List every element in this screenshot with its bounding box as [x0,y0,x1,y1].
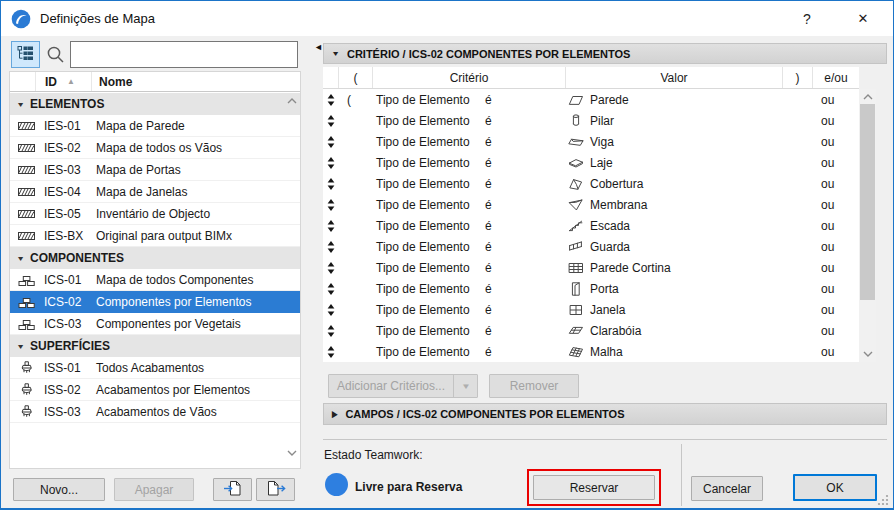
row-reorder-icon[interactable] [323,220,339,232]
logic-operator[interactable]: ou [813,219,859,233]
search-input[interactable] [70,41,298,68]
criterion-value[interactable]: Malha [590,345,623,359]
close-button[interactable]: ✕ [835,1,891,37]
column-header-icon[interactable] [10,72,36,91]
resize-grip[interactable] [877,494,889,506]
criterion-value[interactable]: Porta [590,282,619,296]
criterio-section-header[interactable]: ▼ CRITÉRIO / ICS-02 COMPONENTES POR ELEM… [323,43,887,64]
list-item-ies-05[interactable]: IES-05Inventário de Objecto [10,203,300,225]
logic-operator[interactable]: ou [813,303,859,317]
help-button[interactable]: ? [779,1,835,37]
criterion-name[interactable]: Tipo de Elemento [373,324,485,338]
scroll-down-icon[interactable] [287,450,297,456]
criterion-value[interactable]: Clarabóia [590,324,641,338]
panel-collapse-arrow-icon[interactable]: ◄ [314,42,323,52]
row-reorder-icon[interactable] [323,325,339,337]
criterion-name[interactable]: Tipo de Elemento [373,198,485,212]
row-reorder-icon[interactable] [323,346,339,358]
criterion-name[interactable]: Tipo de Elemento [373,261,485,275]
campos-section-header[interactable]: ▶ CAMPOS / ICS-02 COMPONENTES POR ELEMEN… [323,403,887,425]
criterion-operator[interactable]: é [485,261,492,275]
criterion-value[interactable]: Parede [590,93,629,107]
list-scrollbar[interactable] [284,93,300,468]
criterion-value[interactable]: Escada [590,219,630,233]
criteria-row[interactable]: Tipo de ElementoéMalhaou [323,341,859,362]
criterion-name[interactable]: Tipo de Elemento [373,135,485,149]
section-header-componentes[interactable]: ▼COMPONENTES [10,247,300,269]
criterion-name[interactable]: Tipo de Elemento [373,177,485,191]
import-button[interactable] [213,478,252,501]
row-reorder-icon[interactable] [323,241,339,253]
logic-operator[interactable]: ou [813,135,859,149]
logic-operator[interactable]: ou [813,177,859,191]
criterion-name[interactable]: Tipo de Elemento [373,114,485,128]
criterion-value[interactable]: Viga [590,135,614,149]
criteria-row[interactable]: Tipo de ElementoéEscadaou [323,215,859,236]
logic-operator[interactable]: ou [813,156,859,170]
criteria-row[interactable]: Tipo de ElementoéVigaou [323,131,859,152]
column-header-id[interactable]: ID ▲ [36,72,92,91]
criteria-row[interactable]: Tipo de ElementoéGuardaou [323,236,859,257]
criteria-row[interactable]: Tipo de ElementoéClarabóiaou [323,320,859,341]
scroll-down-icon[interactable] [863,351,873,357]
criterion-value[interactable]: Guarda [590,240,630,254]
list-item-ies-03[interactable]: IES-03Mapa de Portas [10,159,300,181]
criterion-operator[interactable]: é [485,177,492,191]
criteria-row[interactable]: Tipo de ElementoéPortaou [323,278,859,299]
export-button[interactable] [256,478,295,501]
logic-operator[interactable]: ou [813,261,859,275]
criteria-row[interactable]: Tipo de ElementoéParede Cortinaou [323,257,859,278]
criterion-value[interactable]: Membrana [590,198,647,212]
criterion-operator[interactable]: é [485,324,492,338]
row-reorder-icon[interactable] [323,262,339,274]
row-reorder-icon[interactable] [323,199,339,211]
criterion-name[interactable]: Tipo de Elemento [373,93,485,107]
row-reorder-icon[interactable] [323,178,339,190]
list-item-iss-01[interactable]: ISS-01Todos Acabamentos [10,357,300,379]
criteria-row[interactable]: Tipo de ElementoéCoberturaou [323,173,859,194]
tree-view-toggle[interactable] [11,41,40,68]
criterion-operator[interactable]: é [485,240,492,254]
criterion-value[interactable]: Janela [590,303,625,317]
list-item-ies-bx[interactable]: IES-BXOriginal para output BIMx [10,225,300,247]
row-reorder-icon[interactable] [323,157,339,169]
logic-operator[interactable]: ou [813,114,859,128]
list-item-ics-03[interactable]: ICS-03Componentes por Vegetais [10,313,300,335]
list-item-ics-02[interactable]: ICS-02Componentes por Elementos [10,291,300,313]
logic-operator[interactable]: ou [813,282,859,296]
criterion-name[interactable]: Tipo de Elemento [373,303,485,317]
criteria-row[interactable]: Tipo de ElementoéPilarou [323,110,859,131]
criterion-value[interactable]: Pilar [590,114,614,128]
criterion-operator[interactable]: é [485,282,492,296]
criterion-name[interactable]: Tipo de Elemento [373,240,485,254]
criterion-name[interactable]: Tipo de Elemento [373,219,485,233]
criterion-operator[interactable]: é [485,135,492,149]
logic-operator[interactable]: ou [813,345,859,359]
list-item-iss-02[interactable]: ISS-02Acabamentos por Elementos [10,379,300,401]
criterion-value[interactable]: Laje [590,156,613,170]
section-header-superficies[interactable]: ▼SUPERFÍCIES [10,335,300,357]
row-reorder-icon[interactable] [323,115,339,127]
criterion-value[interactable]: Cobertura [590,177,643,191]
criterion-name[interactable]: Tipo de Elemento [373,156,485,170]
column-header-nome[interactable]: Nome [92,72,300,92]
criterion-operator[interactable]: é [485,198,492,212]
criterion-operator[interactable]: é [485,156,492,170]
scrollbar-thumb[interactable] [860,104,875,300]
list-item-ies-04[interactable]: IES-04Mapa de Janelas [10,181,300,203]
ok-button[interactable]: OK [793,474,877,501]
list-item-ies-02[interactable]: IES-02Mapa de todos os Vãos [10,137,300,159]
criterion-operator[interactable]: é [485,219,492,233]
reserve-button[interactable]: Reservar [533,475,655,500]
criteria-row[interactable]: Tipo de ElementoéLajeou [323,152,859,173]
criteria-row[interactable]: Tipo de ElementoéMembranaou [323,194,859,215]
row-reorder-icon[interactable] [323,304,339,316]
criteria-row[interactable]: Tipo de ElementoéJanelaou [323,299,859,320]
row-reorder-icon[interactable] [323,136,339,148]
section-header-elementos[interactable]: ▼ELEMENTOS [10,93,300,115]
list-item-ies-01[interactable]: IES-01Mapa de Parede [10,115,300,137]
new-button[interactable]: Novo... [13,478,105,501]
criterion-name[interactable]: Tipo de Elemento [373,345,485,359]
row-reorder-icon[interactable] [323,94,339,106]
cancel-button[interactable]: Cancelar [691,476,763,501]
